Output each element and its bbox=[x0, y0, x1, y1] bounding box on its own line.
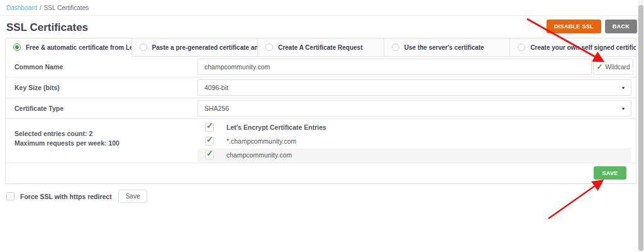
entry-label: champcommunity.com bbox=[226, 151, 292, 159]
common-name-input[interactable] bbox=[197, 59, 592, 75]
radio-icon bbox=[265, 43, 273, 51]
breadcrumb-current: SSL Certificates bbox=[44, 4, 89, 11]
force-ssl-checkbox[interactable] bbox=[6, 192, 14, 200]
tab-label: Paste a pre-generated certificate and ke… bbox=[152, 44, 258, 51]
entry-checkbox[interactable]: ✓ bbox=[205, 137, 214, 146]
tab-self-signed-certificate[interactable]: Create your own self signed certificate bbox=[510, 38, 636, 57]
tab-label: Create A Certificate Request bbox=[278, 44, 362, 51]
common-name-label: Common Name bbox=[6, 63, 197, 71]
entries-summary: Selected entries count: 2 Maximum reques… bbox=[6, 120, 197, 148]
force-ssl-row: Force SSL with https redirect Save bbox=[6, 190, 147, 203]
page-title: SSL Certificates bbox=[6, 21, 88, 34]
common-name-row: Common Name ✓ Wildcard bbox=[6, 57, 636, 77]
lets-encrypt-entries-list: ✓ Let's Encrypt Certificate Entries ✓ *.… bbox=[197, 120, 631, 162]
tab-free-lets-encrypt[interactable]: Free & automatic certificate from Let's … bbox=[6, 38, 132, 57]
breadcrumb-separator: / bbox=[40, 4, 42, 11]
tab-paste-certificate[interactable]: Paste a pre-generated certificate and ke… bbox=[132, 38, 258, 57]
scrollbar-track[interactable] bbox=[638, 0, 644, 252]
key-size-value: 4096-bit bbox=[204, 84, 228, 91]
chevron-down-icon: ▾ bbox=[622, 85, 625, 91]
disable-ssl-button[interactable]: DISABLE SSL bbox=[547, 20, 601, 33]
tab-label: Create your own self signed certificate bbox=[530, 44, 636, 51]
list-item: ✓ champcommunity.com bbox=[197, 148, 631, 162]
scrollbar-thumb[interactable] bbox=[638, 5, 643, 251]
certificate-type-label: Certificate Type bbox=[6, 105, 197, 112]
tab-label: Free & automatic certificate from Let's … bbox=[26, 44, 132, 51]
radio-selected-icon bbox=[13, 43, 21, 51]
tab-server-certificate[interactable]: Use the server's certificate bbox=[384, 38, 511, 57]
list-item: ✓ *.champcommunity.com bbox=[197, 134, 631, 148]
force-ssl-label: Force SSL with https redirect bbox=[20, 193, 112, 200]
save-row: SAVE bbox=[6, 163, 636, 183]
check-icon: ✓ bbox=[206, 135, 213, 144]
wildcard-checkbox[interactable]: ✓ Wildcard bbox=[593, 59, 633, 75]
entries-header-label: Let's Encrypt Certificate Entries bbox=[226, 123, 326, 131]
key-size-select[interactable]: 4096-bit ▾ bbox=[197, 79, 631, 96]
arrow-to-save bbox=[548, 181, 601, 219]
back-button[interactable]: BACK bbox=[605, 20, 637, 33]
save-button[interactable]: SAVE bbox=[594, 166, 626, 180]
certificate-type-select[interactable]: SHA256 ▾ bbox=[197, 100, 631, 117]
max-requests-per-week: Maximum requests per week: 100 bbox=[14, 139, 197, 148]
check-icon: ✓ bbox=[206, 149, 213, 158]
header-buttons: DISABLE SSL BACK bbox=[547, 20, 637, 33]
certificate-type-row: Certificate Type SHA256 ▾ bbox=[6, 98, 636, 119]
breadcrumb: Dashboard / SSL Certificates bbox=[0, 0, 638, 16]
force-ssl-save-button[interactable]: Save bbox=[118, 190, 148, 203]
check-icon: ✓ bbox=[206, 121, 213, 130]
selected-entries-count: Selected entries count: 2 bbox=[14, 129, 197, 139]
key-size-label: Key Size (bits) bbox=[6, 84, 197, 91]
chevron-down-icon: ▾ bbox=[622, 106, 625, 112]
breadcrumb-dashboard-link[interactable]: Dashboard bbox=[6, 4, 37, 11]
select-all-checkbox[interactable]: ✓ bbox=[205, 123, 214, 132]
key-size-row: Key Size (bits) 4096-bit ▾ bbox=[6, 77, 636, 98]
ssl-form-panel: Free & automatic certificate from Let's … bbox=[5, 38, 636, 184]
tab-certificate-request[interactable]: Create A Certificate Request bbox=[258, 38, 384, 57]
radio-icon bbox=[140, 43, 147, 51]
entry-label: *.champcommunity.com bbox=[226, 137, 296, 145]
wildcard-label: Wildcard bbox=[606, 64, 630, 71]
radio-icon bbox=[392, 43, 399, 51]
certificate-method-tabs: Free & automatic certificate from Let's … bbox=[6, 38, 636, 57]
certificate-type-value: SHA256 bbox=[204, 105, 229, 112]
ssl-certificates-page: { "breadcrumb": { "dashboard_link": "Das… bbox=[0, 0, 644, 252]
entry-checkbox[interactable]: ✓ bbox=[205, 151, 214, 159]
entries-header-row: ✓ Let's Encrypt Certificate Entries bbox=[197, 120, 631, 134]
radio-icon bbox=[518, 43, 525, 51]
tab-label: Use the server's certificate bbox=[404, 44, 484, 51]
entries-row: Selected entries count: 2 Maximum reques… bbox=[6, 119, 636, 163]
check-icon: ✓ bbox=[597, 62, 603, 71]
